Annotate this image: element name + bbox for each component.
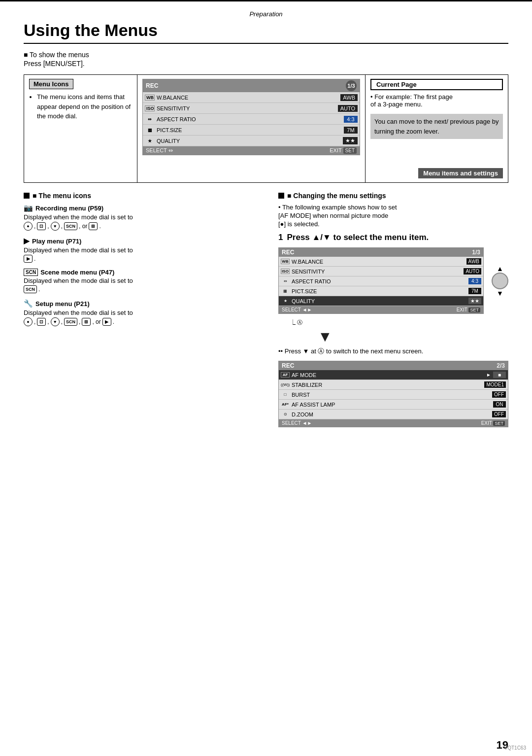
camera-icon: 📷 [24,204,33,212]
rec2-row-stab: ((W)) STABILIZER MODE1 [279,380,508,390]
r1-pict-icon: ▦ [281,289,290,293]
r1-wb-val: AWB [466,258,481,265]
mode-icon-scn: SCN [64,222,77,230]
r2-select: SELECT ◄► [282,420,312,426]
wb-name: W.BALANCE [155,95,340,101]
arrow-down-block: ▼ [278,328,508,345]
wb-icon: WB [145,95,155,101]
menu-items-label: Menu items and settings [418,168,503,178]
step1-number: 1 [278,233,283,242]
changing-label: ■ Changing the menu settings [287,192,386,200]
rec1-header: REC 1/3 [279,248,483,257]
press-at-note: • Press ▼ at Ⓐ to switch to the next men… [278,347,508,356]
rec1-label: REC [282,249,294,256]
rec2-row-aflamp: AF* AF ASSIST LAMP ON [279,400,508,410]
section-label: Preparation [24,10,508,18]
setup-desc: Displayed when the mode dial is set to [24,309,259,316]
r2-stab-icon: ((W)) [281,382,290,387]
setup-label: Setup menu (P21) [35,300,90,308]
r1-wb-icon: WB [281,259,290,264]
rec2-footer: SELECT ◄► EXIT SET [279,419,508,427]
rec-row-pict: ▦ PICT.SIZE 7M [143,125,360,136]
quality-icon: ★ [145,138,155,143]
rec2-rows: AF AF MODE ► ■ ((W)) STABILIZER MODE1 □ [279,370,508,419]
r1-exit: EXIT SET [457,307,480,312]
page-wrapper: Preparation Using the Menus ■ To show th… [0,1,532,756]
footer-select: SELECT ⇔ [146,147,173,154]
r2-af-lamp-name: AF ASSIST LAMP [290,402,493,408]
rec-row-wb: WB W.BALANCE AWB [143,92,360,103]
scene-label: Scene mode menu (P47) [40,269,114,276]
pict-val: 7M [344,127,358,134]
rec2-row-burst: □ BURST OFF [279,390,508,400]
diagram-right: Current Page • For example: The first pa… [365,75,508,182]
step1-label: Press ▲/▼ to select the menu item. [287,233,429,242]
intro-line2: Press [MENU/SET]. [24,60,508,68]
r2-af-lamp-val: ON [493,401,506,408]
rec1-wrapper: REC 1/3 WB W.BALANCE AWB ISO SENSIT [278,247,508,314]
r2-dzoom-name: D.ZOOM [290,412,492,417]
current-page-label: Current Page [370,79,503,90]
footer-exit: EXIT SET [330,147,357,154]
setup-menu-entry: 🔧 Setup menu (P21) Displayed when the mo… [24,299,259,326]
setup-title: 🔧 Setup menu (P21) [24,299,259,308]
aspect-val: 4:3 [344,116,358,123]
r2-af-name: AF MODE [290,372,486,378]
play-menu-entry: ▶ Play menu (P71) Displayed when the mod… [24,237,259,263]
gray-text: You can move to the next/ previous page … [370,114,503,139]
play-icon: ▶ [24,237,30,245]
right-col-inner: ■ Changing the menu settings • The follo… [273,192,508,427]
recording-modes: ● , ⊡ , ♥ , SCN , or ⊞ . [24,222,259,231]
rec-header: REC 1/3 [143,79,360,92]
header-square [24,193,30,199]
rec1-row-iso: ISO SENSITIVITY AUTO [279,267,483,276]
rec-label: REC [146,82,158,89]
diagram-left: Menu Icons The menu icons and items that… [24,75,137,182]
r1-select: SELECT ◄► [282,307,312,312]
r1-qual-val: ★★ [468,298,481,304]
r1-iso-name: SENSITIVITY [290,269,464,275]
r2-dzoom-icon: ⊙ [281,412,290,416]
diagram-box: Menu Icons The menu icons and items that… [24,74,508,183]
iso-icon: ISO [145,105,155,111]
rec-screen-main: REC 1/3 WB W.BALANCE AWB ISO SENSITIVITY… [142,79,360,155]
wb-val: AWB [340,94,358,101]
intro-block: ■ To show the menus Press [MENU/SET]. [24,51,508,68]
rec2-label: REC [282,362,294,369]
aspect-icon: ⇔ [145,117,155,122]
changing-square [278,193,284,199]
r1-asp-icon: ⇔ [281,279,290,283]
play-label: Play menu (P71) [32,238,81,245]
play-desc: Displayed when the mode dial is set to [24,246,259,254]
mode-icon-rec2: ⊡ [37,222,46,230]
r1-iso-icon: ISO [281,269,290,274]
scene-title: SCN Scene mode menu (P47) [24,269,259,276]
diagram-center: REC 1/3 WB W.BALANCE AWB ISO SENSITIVITY… [137,75,365,182]
scene-modes: SCN . [24,285,259,293]
scroll-dial[interactable] [492,273,508,289]
two-col: ■ The menu icons 📷 Recording menu (P59) … [24,192,508,432]
col-right: ■ Changing the menu settings • The follo… [273,192,508,432]
menu-icons-header: ■ The menu icons [24,192,259,200]
setup-mode1: ● [24,317,33,326]
rec-footer: SELECT ⇔ EXIT SET [143,146,360,155]
scn-badge: SCN [24,269,38,276]
scene-desc: Displayed when the mode dial is set to [24,277,259,284]
menu-icons-desc: The menu icons and items that appear dep… [37,92,132,121]
mode-icon-scn2: SCN [24,285,37,293]
rec-row-quality: ★ QUALITY ★★ [143,136,360,146]
r1-asp-val: 4:3 [468,278,481,284]
scroll-dial-area: ▲ ▼ [492,265,508,297]
recording-title: 📷 Recording menu (P59) [24,204,259,212]
right-desc2: [AF MODE] when normal picture mode [278,212,508,219]
r2-af-arrow: ► [486,372,491,378]
pict-icon: ▦ [145,128,155,133]
rec-row-aspect: ⇔ ASPECT RATIO 4:3 [143,114,360,125]
iso-val: AUTO [338,105,358,112]
rec1-page: 1/3 [472,249,480,256]
mode-icon-rec1: ● [24,222,33,231]
r2-af-val: ■ [493,372,506,378]
page-title: Using the Menus [24,21,508,44]
intro-line1: ■ To show the menus [24,51,508,59]
rec-rows: WB W.BALANCE AWB ISO SENSITIVITY AUTO ⇔ … [143,92,360,146]
